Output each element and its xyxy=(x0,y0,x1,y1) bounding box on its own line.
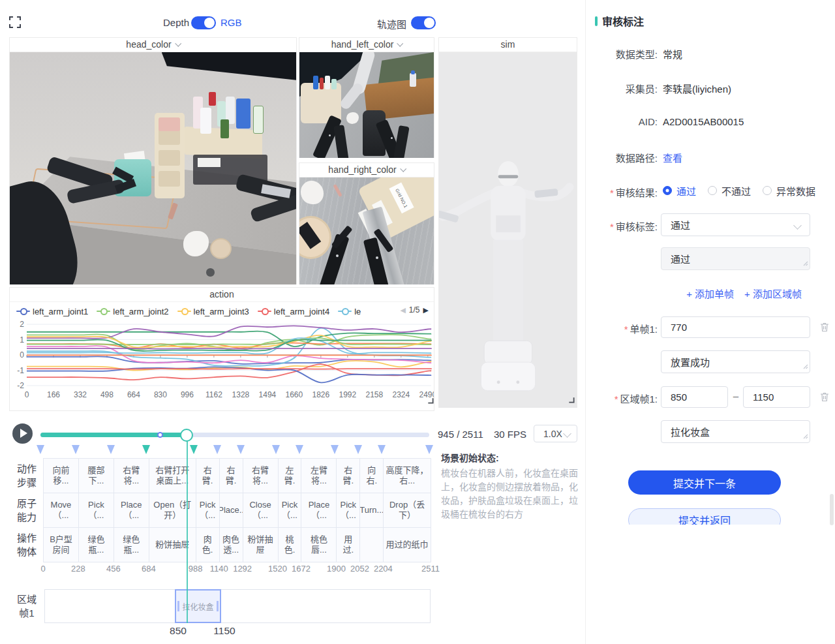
row-label-action-steps: 动作 步骤 xyxy=(12,462,42,489)
radio-option-异常数据[interactable]: 异常数据 xyxy=(763,184,815,198)
region-left-handle[interactable] xyxy=(177,601,179,611)
row-label-object: 操作 物体 xyxy=(12,531,42,559)
trajectory-toggle[interactable] xyxy=(411,16,436,29)
timeline-marker-988[interactable] xyxy=(190,445,198,454)
region-frame-box[interactable]: 拉化妆盒 xyxy=(175,589,221,623)
resize-corner-icon[interactable] xyxy=(802,257,808,268)
step-cell: 右臂. xyxy=(196,459,220,493)
svg-text:1: 1 xyxy=(20,335,24,345)
timeline-marker-456[interactable] xyxy=(107,445,115,454)
table-row-1: Move（...Pick（...Place（...Open（打开）Pick（..… xyxy=(44,493,431,528)
scene-description: 梳妆台在机器人前，化妆盒在桌面上，化妆盒的侧边摆放着物品，化妆品，护肤品盒垃圾在… xyxy=(441,467,579,521)
step-cell: Drop（丢下） xyxy=(384,493,431,528)
delete-single-frame-icon[interactable] xyxy=(819,322,830,335)
step-cell: 右臂打开桌面上... xyxy=(149,459,196,493)
step-cell: 高度下降，右... xyxy=(384,459,431,493)
fullscreen-icon[interactable] xyxy=(9,16,21,31)
region-start-number: 850 xyxy=(165,625,191,637)
scrollbar-thumb[interactable] xyxy=(830,494,834,525)
step-table: 向前移...腰部下...右臂将...右臂打开桌面上...右臂.右臂.右臂将...… xyxy=(43,458,431,562)
rgb-label: RGB xyxy=(220,17,242,28)
hand-left-camera-title[interactable]: hand_left_color xyxy=(299,38,434,52)
step-cell: Pick（... xyxy=(79,493,114,528)
step-cell: Pick（... xyxy=(196,493,220,528)
region-range-separator: – xyxy=(731,390,740,401)
progress-slider[interactable] xyxy=(40,433,429,437)
step-cell: B户型房间 xyxy=(44,528,79,562)
head-camera-panel: head_color xyxy=(9,37,297,284)
scene-title: 场景初始状态: xyxy=(441,451,579,464)
timeline-marker-0[interactable] xyxy=(37,445,44,454)
step-cell: 绿色瓶... xyxy=(114,528,149,562)
slider-handle[interactable] xyxy=(180,429,193,442)
tag-select[interactable]: 通过 xyxy=(661,213,810,236)
timeline-marker-684[interactable] xyxy=(142,445,150,454)
data-path-label: 数据路径: xyxy=(574,151,658,164)
step-cell: 左臂将... xyxy=(301,459,337,493)
head-camera-title[interactable]: head_color xyxy=(10,38,296,52)
timeline-marker-228[interactable] xyxy=(72,445,80,454)
submit-back-button[interactable]: 提交并返回 xyxy=(628,508,781,525)
svg-text:1660: 1660 xyxy=(286,390,303,399)
step-cell: Place（... xyxy=(114,493,149,528)
collector-value: 李轶晨(liyichen) xyxy=(663,82,731,95)
speed-select[interactable]: 1.0X xyxy=(534,425,577,442)
radio-option-不通过[interactable]: 不通过 xyxy=(708,184,751,198)
radio-option-通过[interactable]: 通过 xyxy=(663,184,696,198)
chevron-down-icon xyxy=(175,40,181,47)
timeline-marker-2204[interactable] xyxy=(378,445,386,454)
radio-circle xyxy=(763,186,772,195)
resize-corner-icon[interactable] xyxy=(802,430,808,441)
region-end-input[interactable]: 1150 xyxy=(743,386,810,408)
resize-corner-icon[interactable] xyxy=(802,360,808,371)
timeline-axis-label: 2204 xyxy=(374,564,393,574)
timeline-marker-1292[interactable] xyxy=(237,445,245,454)
depth-rgb-toggle[interactable] xyxy=(191,16,216,29)
sim-title: sim xyxy=(439,38,577,52)
aid-value: A2D0015AB00015 xyxy=(663,116,744,127)
region-right-handle[interactable] xyxy=(217,601,219,611)
timeline-axis-label: 1900 xyxy=(327,564,346,574)
single-frame-marker-dot xyxy=(157,432,163,438)
result-radio-group: 通过不通过异常数据 xyxy=(663,185,815,196)
step-cell: 右臂. xyxy=(337,459,360,493)
region-frame-track[interactable] xyxy=(44,589,431,623)
data-path-link[interactable]: 查看 xyxy=(663,151,682,164)
add-single-frame-link[interactable]: + 添加单帧 xyxy=(686,286,734,300)
step-cell: Move（... xyxy=(44,493,79,528)
tag-note-textarea[interactable]: 通过 xyxy=(661,247,810,270)
hand-right-camera-image: Grid NO.1 xyxy=(299,177,434,284)
delete-region-frame-icon[interactable] xyxy=(819,391,830,405)
timeline-marker-1140[interactable] xyxy=(213,445,221,454)
hand-left-camera-image xyxy=(299,52,434,158)
step-cell: 绿色瓶... xyxy=(79,528,114,562)
sim-view xyxy=(439,52,577,408)
play-button[interactable] xyxy=(12,423,33,444)
timeline-marker-1900[interactable] xyxy=(331,445,339,454)
progress-fill xyxy=(40,433,187,437)
resize-handle-icon[interactable] xyxy=(427,395,434,406)
radio-label: 异常数据 xyxy=(776,184,815,198)
submit-next-button[interactable]: 提交并下一条 xyxy=(628,470,781,495)
timeline-marker-2511[interactable] xyxy=(425,445,433,454)
single-frame-input[interactable]: 770 xyxy=(661,316,810,338)
chevron-down-icon xyxy=(563,429,571,438)
step-cell: 右臂将... xyxy=(114,459,149,493)
hand-right-camera-title[interactable]: hand_right_color xyxy=(299,163,434,177)
timeline-marker-1520[interactable] xyxy=(272,445,280,454)
timeline-marker-2052[interactable] xyxy=(354,445,362,454)
svg-text:1992: 1992 xyxy=(339,390,357,399)
add-region-frame-link[interactable]: + 添加区域帧 xyxy=(744,286,802,300)
timeline-marker-1672[interactable] xyxy=(296,445,303,454)
svg-text:1494: 1494 xyxy=(259,390,277,399)
region-note-textarea[interactable]: 拉化妆盒 xyxy=(661,420,810,443)
timeline-axis-label: 1672 xyxy=(292,564,311,574)
step-cell: 桃色唇... xyxy=(301,528,337,562)
timeline-axis-label: 988 xyxy=(189,564,203,574)
radio-circle xyxy=(708,186,717,195)
svg-text:830: 830 xyxy=(154,390,167,399)
region-start-input[interactable]: 850 xyxy=(661,386,728,408)
step-cell: 向右. xyxy=(360,459,384,493)
required-mark: * xyxy=(610,221,614,232)
single-frame-note-textarea[interactable]: 放置成功 xyxy=(661,350,810,373)
